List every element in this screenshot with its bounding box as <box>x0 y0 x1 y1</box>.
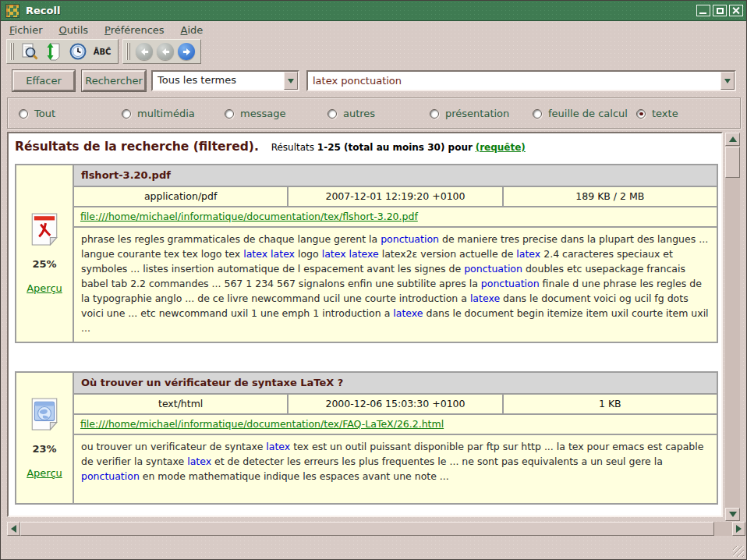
arrow-right-icon <box>182 48 191 56</box>
toolbar: ÂBĈ <box>6 39 201 64</box>
result-mime: text/html <box>74 395 287 413</box>
vertical-scrollbar[interactable] <box>725 133 740 521</box>
chevron-down-icon <box>288 79 294 83</box>
history-clock-icon <box>69 42 87 61</box>
filter-label: multimédia <box>137 108 195 119</box>
arrow-right-icon <box>736 525 742 533</box>
result-url-row: file:///home/michael/informatique/docume… <box>74 207 717 226</box>
filter-category-panel: Tout multimédia message autres présentat… <box>7 97 741 129</box>
filter-radio-message[interactable]: message <box>225 108 285 119</box>
result-snippet: phrase les regles grammaticales de chaqu… <box>74 228 717 342</box>
app-icon <box>5 4 19 18</box>
menu-item-outils[interactable]: Outils <box>59 24 89 36</box>
menubar: Fichier Outils Préférences Aide <box>1 22 746 38</box>
result-meta-row: text/html 2000-12-06 15:03:30 +0100 1 KB <box>74 395 717 413</box>
filter-radio-feuille-de-calcul[interactable]: feuille de calcul <box>533 108 628 119</box>
result-url-row: file:///home/michael/informatique/docume… <box>74 415 717 434</box>
menu-item-aide[interactable]: Aide <box>181 24 204 36</box>
radio-icon <box>19 109 28 119</box>
close-icon <box>732 6 741 15</box>
previous-page-button[interactable] <box>157 43 174 60</box>
term-explorer-icon-button[interactable]: ÂBĈ <box>92 41 112 62</box>
recoll-window: Recoll Fichier Outils Préférences Aide <box>0 0 747 560</box>
results-header: Résultats de la recherche (filtered). Ré… <box>15 140 718 154</box>
horizontal-scrollbar[interactable] <box>7 522 745 536</box>
toolbar-grip[interactable] <box>10 43 14 60</box>
search-mode-dropdown-button[interactable] <box>284 72 298 90</box>
filter-label: autres <box>343 108 375 119</box>
filter-label: présentation <box>445 108 509 119</box>
toolbar-group-pages <box>122 39 201 64</box>
result-url-link[interactable]: file:///home/michael/informatique/docume… <box>80 211 418 222</box>
scroll-right-button[interactable] <box>732 522 745 536</box>
search-input[interactable] <box>308 72 720 90</box>
filter-radio-tout[interactable]: Tout <box>19 108 55 119</box>
result-item: 23% Aperçu Où trouver un vérificateur de… <box>15 371 718 505</box>
toolbar-grip[interactable] <box>126 43 130 60</box>
result-url-link[interactable]: file:///home/michael/informatique/docume… <box>80 418 444 430</box>
result-date: 2007-12-01 12:19:20 +0100 <box>289 187 501 206</box>
result-item: 25% Aperçu flshort-3.20.pdf application/… <box>15 164 718 343</box>
scroll-up-button[interactable] <box>725 133 740 146</box>
menu-item-fichier[interactable]: Fichier <box>9 24 43 36</box>
result-title: flshort-3.20.pdf <box>74 165 717 186</box>
search-mode-value: Tous les termes <box>153 72 284 90</box>
query-link[interactable]: (requête) <box>476 142 526 153</box>
result-size: 1 KB <box>504 395 717 413</box>
query-combobox[interactable] <box>306 70 736 91</box>
next-page-button[interactable] <box>178 43 195 60</box>
history-icon-button[interactable] <box>68 41 88 62</box>
toolbar-group-tools: ÂBĈ <box>6 39 119 64</box>
horizontal-scroll-thumb[interactable] <box>20 522 714 536</box>
filter-radio-presentation[interactable]: présentation <box>430 108 509 119</box>
arrow-left-icon <box>140 48 149 56</box>
result-size: 189 KB / 2 MB <box>504 187 717 206</box>
arrow-left-icon <box>11 525 16 533</box>
maximize-button[interactable] <box>713 5 727 16</box>
close-button[interactable] <box>729 5 743 16</box>
first-page-button[interactable] <box>136 43 153 60</box>
filter-label: feuille de calcul <box>548 108 628 119</box>
result-side-panel: 23% Aperçu <box>16 373 73 503</box>
radio-icon <box>122 109 131 119</box>
arrow-up-icon <box>729 136 737 142</box>
search-button[interactable]: Rechercher <box>82 70 146 91</box>
filter-label: message <box>240 108 285 119</box>
search-mode-select[interactable]: Tous les termes <box>151 70 299 91</box>
sort-parameters-icon <box>44 42 63 61</box>
arrow-down-icon <box>729 512 737 517</box>
preview-link[interactable]: Aperçu <box>27 467 62 479</box>
query-history-dropdown-button[interactable] <box>720 72 735 90</box>
results-area: Résultats de la recherche (filtered). Ré… <box>7 132 723 517</box>
sort-parameters-icon-button[interactable] <box>44 41 64 62</box>
radio-icon <box>533 109 542 119</box>
clear-button[interactable]: Effacer <box>12 70 75 91</box>
menu-item-preferences[interactable]: Préférences <box>104 24 164 36</box>
relevance-percent: 23% <box>32 443 56 455</box>
filter-radio-multimedia[interactable]: multimédia <box>122 108 195 119</box>
document-search-icon-button[interactable] <box>19 41 40 62</box>
filter-radio-texte[interactable]: texte <box>636 108 678 119</box>
result-side-panel: 25% Aperçu <box>16 165 73 342</box>
maximize-icon <box>717 8 724 14</box>
window-titlebar[interactable]: Recoll <box>1 1 746 21</box>
term-explorer-icon: ÂBĈ <box>94 48 112 56</box>
resize-grip[interactable] <box>733 546 744 557</box>
filter-label: Tout <box>34 108 55 119</box>
scroll-down-button[interactable] <box>725 508 740 521</box>
radio-icon <box>327 109 337 119</box>
result-date: 2000-12-06 15:03:30 +0100 <box>289 395 501 413</box>
relevance-percent: 25% <box>32 258 56 270</box>
filter-radio-autres[interactable]: autres <box>327 108 375 119</box>
preview-link[interactable]: Aperçu <box>27 282 62 294</box>
pdf-icon <box>30 213 58 246</box>
scroll-left-button[interactable] <box>7 522 20 536</box>
minimize-button[interactable] <box>696 5 710 16</box>
radio-icon <box>225 109 234 119</box>
chevron-down-icon <box>724 79 731 83</box>
result-snippet: ou trouver un verificateur de syntaxe la… <box>74 435 717 503</box>
vertical-scroll-thumb[interactable] <box>725 147 740 178</box>
html-icon <box>30 398 58 431</box>
results-range: 1-25 (total au moins 30) pour <box>317 142 473 153</box>
results-word: Résultats <box>271 142 314 153</box>
